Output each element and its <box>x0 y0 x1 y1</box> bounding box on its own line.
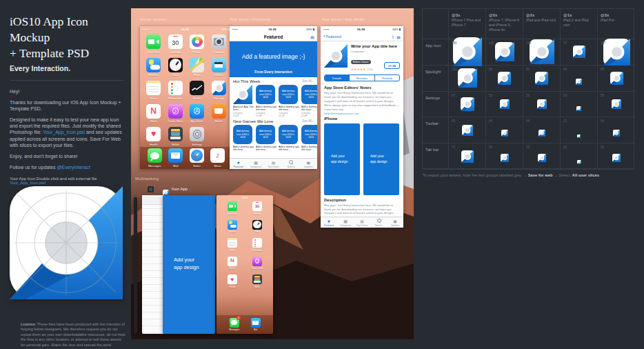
your-app-icon <box>163 186 169 192</box>
facetime-app-icon[interactable] <box>228 201 237 211</box>
news-app-icon[interactable] <box>146 104 161 119</box>
card-price[interactable]: £1.49 <box>301 114 317 117</box>
grid-row-label: App icon <box>423 39 449 66</box>
app-card[interactable]: Add dummy icon 1024 x 1024Add a dummy ap… <box>256 125 276 157</box>
camera-app-icon[interactable] <box>212 34 226 49</box>
tab-top-charts[interactable]: Top Charts <box>354 217 370 228</box>
notes-app-icon[interactable] <box>146 81 161 95</box>
home-screen-card[interactable]: 16:26FaceTime30CalendarWeatherClockNotes… <box>217 195 273 334</box>
weather-app-icon[interactable] <box>146 58 161 72</box>
segment-details[interactable]: Details <box>325 75 349 81</box>
wishlist-icon[interactable]: ▤ <box>310 34 314 39</box>
size-value: 22 <box>563 119 567 123</box>
app-card[interactable]: Add dummy icon 1024 x 1024Add a dummy ap… <box>233 125 254 157</box>
tab-categories[interactable]: Categories <box>247 159 264 169</box>
itunes-store-app-icon[interactable] <box>252 257 262 266</box>
app-store-app-icon[interactable] <box>190 104 204 119</box>
dummy-icon-placeholder: Add dummy icon 1024 x 1024 <box>233 125 252 144</box>
template-app-icon <box>500 99 510 109</box>
reminders-app-icon[interactable] <box>252 238 262 248</box>
all-user-slices-text: All user slices <box>572 173 599 177</box>
health-app-icon[interactable] <box>228 275 237 284</box>
app-card[interactable]: Add dummy icon 1024 x 1024Add a dummy ap… <box>301 125 317 157</box>
tab-featured[interactable]: Featured <box>230 159 247 169</box>
size-value: 58 <box>601 94 604 97</box>
app-card[interactable]: Add dummy icon 1024 x 1024Add a dummy ap… <box>279 125 299 157</box>
section-header: New Games We Love See All › <box>230 117 317 125</box>
tab-updates[interactable]: Updates <box>300 159 317 169</box>
health-app-icon[interactable] <box>146 127 161 141</box>
app-card[interactable]: Add dummy icon 1024 x 1024Add a dummy ap… <box>256 85 276 117</box>
mail-app-icon[interactable] <box>251 318 261 328</box>
calendar-app-icon[interactable]: 30 <box>252 201 262 211</box>
music-app-icon[interactable] <box>210 148 225 163</box>
app-card[interactable]: Add your App Title here...Category£1.49 <box>233 85 254 117</box>
wallet-app-icon[interactable] <box>168 127 183 141</box>
segment-reviews[interactable]: Reviews <box>349 75 374 81</box>
facetime-app-icon[interactable] <box>146 34 161 49</box>
charts-icon <box>360 219 364 223</box>
wishlist-icon[interactable]: ▤ <box>396 34 401 39</box>
featured-banner[interactable]: Add a featured image ;-) From Every Inte… <box>230 41 317 77</box>
safari-app-icon[interactable] <box>190 148 204 163</box>
app-card[interactable]: Add dummy icon 1024 x 1024Add a dummy ap… <box>301 85 317 117</box>
title-line-3: + Template PSD <box>10 46 127 61</box>
maps-app-icon[interactable] <box>190 58 204 72</box>
app-launcher: iBooks <box>208 104 230 123</box>
see-all-link[interactable]: See All › <box>302 79 314 83</box>
back-button[interactable]: ‹Featured <box>323 32 341 41</box>
template-app-icon-large[interactable] <box>10 186 123 299</box>
tab-top-charts[interactable]: Top Charts <box>265 159 282 169</box>
segment-related[interactable]: Related <box>374 75 399 81</box>
mail-app-icon[interactable] <box>168 148 183 163</box>
icon-size-cell: 120 <box>449 66 486 92</box>
price-button[interactable]: £1.49 <box>384 62 400 69</box>
reminders-app-icon[interactable] <box>168 81 183 95</box>
see-all-link[interactable]: See All › <box>302 119 314 123</box>
tab-label: Top Charts <box>268 166 279 168</box>
stocks-app-icon[interactable] <box>190 81 204 95</box>
app-store-featured-screen: ••••• 16:26 53% ▮ Featured ▤ Add a featu… <box>230 26 317 169</box>
calendar-app-icon[interactable]: 30 <box>168 34 183 49</box>
app-card[interactable]: Add dummy icon 1024 x 1024Add a dummy ap… <box>279 85 299 117</box>
icon-size-cell: 120 <box>486 39 523 66</box>
tab-search[interactable]: Search <box>282 159 299 169</box>
share-icon[interactable]: ⇧ <box>391 34 394 39</box>
clock-app-icon[interactable] <box>252 220 262 230</box>
wallet-app-icon[interactable] <box>252 275 262 284</box>
photos-app-icon[interactable] <box>190 34 204 49</box>
twitter-handle-link[interactable]: @EveryInteract <box>57 165 90 170</box>
status-bar: ••••• 16:26 53% ▮ <box>321 26 403 32</box>
settings-app-icon[interactable] <box>190 127 204 141</box>
card-price[interactable]: £1.49 <box>233 114 254 117</box>
icon-size-cell: 50 <box>523 143 561 170</box>
messages-app-icon[interactable] <box>148 148 162 163</box>
app-launcher: iTunes Store <box>165 104 187 123</box>
tab-updates[interactable]: Updates <box>387 217 403 228</box>
card-price[interactable]: £1.49 <box>279 114 299 117</box>
psd-file-link[interactable]: Your_App_Icon.psd <box>43 130 85 134</box>
your-app-label: Your App <box>171 187 188 191</box>
app-card-edge[interactable] <box>134 197 137 334</box>
news-app-icon[interactable] <box>228 257 237 266</box>
card-price[interactable]: £1.49 <box>256 114 276 117</box>
battery-level: 53% ▮ <box>392 28 401 31</box>
your-app-card[interactable]: Add your app design <box>163 195 215 334</box>
icon-psd-link[interactable]: Your_App_Icon.psd <box>10 181 46 185</box>
videos-app-icon[interactable] <box>212 58 226 72</box>
weather-app-icon[interactable] <box>228 220 237 230</box>
company-link[interactable]: Company › <box>351 50 400 53</box>
battery-level: 53% ▮ <box>221 28 230 31</box>
clock-app-icon[interactable] <box>168 58 183 72</box>
dock: MessagesMailSafariMusic <box>140 147 232 169</box>
notes-app-icon[interactable] <box>228 238 237 248</box>
messages-app-icon[interactable]: 1 <box>230 318 239 328</box>
itunes-store-app-icon[interactable] <box>168 104 183 119</box>
tab-categories[interactable]: Categories <box>337 217 354 228</box>
tab-featured[interactable]: Featured <box>321 217 337 228</box>
tab-search[interactable]: Search <box>370 217 387 228</box>
size-value: 58 <box>526 94 530 97</box>
your-app-app-icon[interactable] <box>212 81 226 95</box>
icon-size-cell: 75 <box>449 143 486 170</box>
ibooks-app-icon[interactable] <box>212 104 226 119</box>
